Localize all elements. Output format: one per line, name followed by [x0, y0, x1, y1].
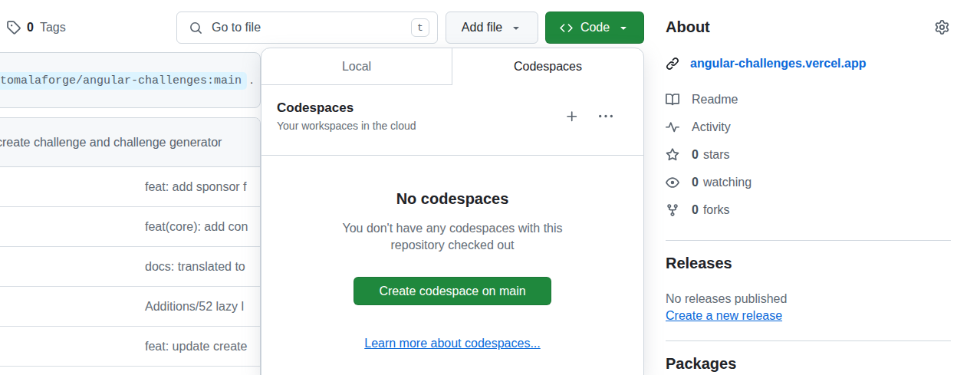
watching-count: 0	[692, 176, 699, 189]
fork-status-suffix: .	[250, 73, 253, 86]
tags-label: Tags	[40, 21, 66, 35]
commit-message[interactable]: docs: translated to	[145, 260, 245, 274]
tag-icon	[6, 20, 21, 35]
table-row[interactable]: feat(core): add con	[0, 207, 260, 247]
learn-more-link[interactable]: Learn more about codespaces...	[364, 337, 540, 350]
add-file-label: Add file	[462, 21, 502, 35]
tags-link[interactable]: 0 Tags	[6, 20, 66, 35]
fork-icon	[666, 203, 679, 217]
about-heading: About	[666, 18, 710, 36]
sidebar-item-label: watching	[703, 176, 751, 189]
releases-status: No releases published	[666, 292, 787, 306]
table-row[interactable]: Additions/52 lazy l	[0, 287, 260, 327]
codespaces-subtitle: Your workspaces in the cloud	[277, 120, 545, 132]
add-file-button[interactable]: Add file	[446, 12, 538, 44]
chevron-down-icon	[510, 21, 522, 34]
tab-local[interactable]: Local	[261, 48, 452, 85]
commit-message[interactable]: Additions/52 lazy l	[145, 300, 244, 314]
file-table: create challenge and challenge generator…	[0, 117, 261, 375]
commit-message[interactable]: feat(core): add con	[145, 220, 248, 234]
codespaces-header: Codespaces Your workspaces in the cloud	[261, 85, 643, 156]
fork-status-text: tomalaforge/angular-challenges:main.	[0, 73, 253, 87]
sidebar-item-watching[interactable]: 0 watching	[666, 176, 751, 189]
chevron-down-icon	[617, 21, 630, 34]
create-release-link[interactable]: Create a new release	[666, 309, 782, 323]
sidebar-divider	[666, 340, 951, 341]
sidebar-item-forks[interactable]: 0 forks	[666, 203, 730, 217]
commit-message[interactable]: feat: add sponsor f	[145, 180, 247, 194]
table-row[interactable]: feat: update create	[0, 327, 260, 367]
search-input[interactable]	[212, 21, 411, 35]
search-icon	[189, 21, 202, 35]
sidebar-item-label: Activity	[692, 120, 731, 134]
tab-codespaces[interactable]: Codespaces	[452, 48, 643, 85]
table-row[interactable]: docs: translated to	[0, 247, 260, 287]
new-codespace-plus-icon[interactable]	[565, 110, 579, 123]
link-icon	[666, 57, 679, 71]
go-to-file-search[interactable]: t	[176, 12, 438, 44]
code-button[interactable]: Code	[545, 12, 644, 44]
code-dropdown-tabs: Local Codespaces	[261, 48, 643, 85]
create-codespace-button[interactable]: Create codespace on main	[354, 277, 551, 305]
gear-icon[interactable]	[935, 20, 949, 35]
repo-website-link[interactable]: angular-challenges.vercel.app	[690, 57, 866, 71]
sidebar-item-stars[interactable]: 0 stars	[666, 148, 730, 162]
sidebar-item-label: Readme	[692, 93, 738, 107]
eye-icon	[666, 176, 679, 189]
codespaces-empty-state: No codespaces You don't have any codespa…	[261, 190, 643, 350]
sidebar-item-readme[interactable]: Readme	[666, 93, 738, 107]
empty-state-body: You don't have any codespaces with this …	[326, 220, 579, 254]
branch-ref-code[interactable]: tomalaforge/angular-challenges:main	[0, 72, 247, 90]
keyboard-shortcut-badge: t	[411, 18, 429, 37]
code-icon	[560, 21, 573, 35]
pulse-icon	[666, 120, 679, 134]
kebab-menu-icon[interactable]	[599, 110, 613, 123]
fork-status-bar: tomalaforge/angular-challenges:main.	[0, 52, 261, 108]
empty-state-title: No codespaces	[261, 190, 643, 208]
forks-count: 0	[692, 203, 699, 217]
stars-count: 0	[692, 148, 699, 162]
table-row[interactable]: feat: add sponsor f	[0, 167, 260, 207]
star-icon	[666, 148, 679, 162]
sidebar-item-activity[interactable]: Activity	[666, 120, 731, 134]
packages-heading: Packages	[666, 355, 736, 373]
about-sidebar: About angular-challenges.vercel.app Read…	[666, 0, 951, 375]
table-row[interactable]	[0, 367, 260, 375]
commit-message[interactable]: feat: update create	[145, 340, 247, 354]
releases-heading: Releases	[666, 255, 732, 272]
code-button-label: Code	[580, 21, 610, 35]
sidebar-item-label: stars	[703, 148, 730, 162]
codespaces-title: Codespaces	[277, 100, 545, 116]
book-icon	[666, 93, 679, 107]
code-dropdown-panel: Local Codespaces Codespaces Your workspa…	[261, 48, 644, 375]
sidebar-divider	[666, 240, 951, 241]
website-link-row: angular-challenges.vercel.app	[666, 57, 866, 71]
latest-commit-row[interactable]: create challenge and challenge generator	[0, 118, 260, 167]
latest-commit-message[interactable]: create challenge and challenge generator	[0, 136, 222, 150]
sidebar-item-label: forks	[703, 203, 730, 217]
tags-count: 0	[27, 21, 34, 35]
